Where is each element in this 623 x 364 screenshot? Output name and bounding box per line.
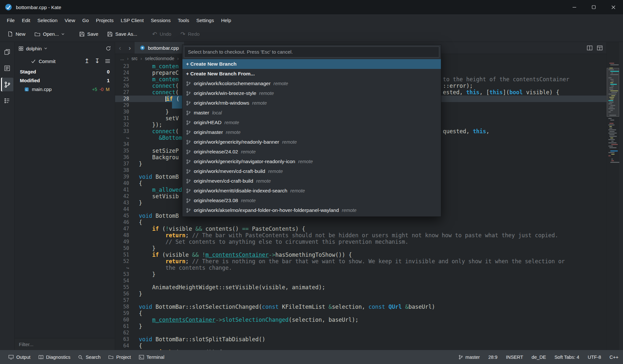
close-button[interactable] [603,0,623,14]
encoding[interactable]: UTF-8 [588,355,601,360]
tab-back-button[interactable] [115,42,125,54]
code-line[interactable]: 51 if (visible && !m_contentsContainer->… [115,252,606,258]
menu-item-lsp-client[interactable]: LSP Client [117,14,147,26]
branch-item[interactable]: origin/release/24.02remote [182,147,441,157]
project-selector[interactable]: dolphin [19,46,47,51]
commit-button[interactable]: Commit [31,58,56,64]
branch-item[interactable]: origin/work/meven/cd-craft-buildremote [182,166,441,176]
menu-item-selection[interactable]: Selection [34,14,61,26]
minimize-button[interactable] [564,0,584,14]
chevron-down-icon [61,33,64,35]
code-line[interactable]: 56} [115,291,606,297]
status-branch[interactable]: master [458,355,480,360]
minimap-line [608,142,616,143]
branch-item[interactable]: masterlocal [182,108,441,118]
sidebar-item-git[interactable] [1,78,13,91]
branch-item[interactable]: origin/masterremote [182,127,441,137]
code-line[interactable]: 52 return; // There is nothing on the ba… [115,258,606,265]
breadcrumb-selectionmode[interactable]: selectionmode [145,56,174,61]
branch-item[interactable]: origin/work/rmb-windowsremote [182,98,441,108]
syntax-mode[interactable]: C++ [610,355,618,360]
tab-bottombar-cpp[interactable]: bottombar.cpp [135,42,184,54]
branch-prompt-input[interactable]: Select branch to checkout. Press 'Esc' t… [184,46,439,58]
menu-item-tools[interactable]: Tools [174,14,193,26]
sidebar-item-projects[interactable] [1,61,13,75]
refresh-button[interactable] [106,46,111,51]
menu-item-settings[interactable]: Settings [193,14,218,26]
input-mode[interactable]: INSERT [506,355,523,360]
menu-item-edit[interactable]: Edit [18,14,34,26]
code-line[interactable]: 47 if (!visible && contents() == PasteCo… [115,226,606,232]
menu-hamburger-icon[interactable] [105,59,110,63]
filter-input[interactable]: Filter... [15,338,115,350]
branch-item[interactable]: origin/meven/cd-craft-buildremote [182,176,441,186]
code-line[interactable]: 60 m_contentsContainer->slotSelectionCha… [115,317,606,323]
tool-terminal[interactable]: Terminal [135,350,168,364]
branch-item[interactable]: origin/work/kcolorschememanagerremote [182,79,441,88]
branch-action-item[interactable]: + Create New Branch [182,59,441,69]
tool-output[interactable]: Output [5,350,34,364]
code-line[interactable]: 50 } [115,245,606,252]
branch-scope: remote [290,188,305,193]
code-line[interactable]: 57 [115,297,606,304]
branch-item[interactable]: origin/work/merritt/disable-indexed-sear… [182,186,441,196]
sidebar-item-symbols[interactable] [1,94,13,108]
undo-button[interactable]: ↶ Undo [149,29,175,39]
tab-mode[interactable]: Soft Tabs: 4 [554,355,579,360]
new-file-icon [7,31,13,37]
dictionary[interactable]: de_DE [532,355,546,360]
breadcrumb-ellipsis[interactable]: ... [120,56,124,61]
branch-item[interactable]: origin/release/23.08remote [182,196,441,205]
code-line[interactable]: 58void BottomBar::slotSelectionChanged(c… [115,304,606,310]
breadcrumb-src[interactable]: src [131,56,138,61]
open-button[interactable]: Open... [31,29,68,39]
code-line[interactable]: 64{ [115,343,606,349]
line-number: 23 [115,63,139,70]
split-view-icon[interactable] [587,46,592,50]
redo-button[interactable]: ↷ Redo [177,29,203,39]
tool-search[interactable]: Search [74,350,104,364]
code-line[interactable]: 62 [115,330,606,336]
pull-icon[interactable]: ↧ [95,58,100,64]
code-line[interactable]: 65 switch (contents()) { [115,349,606,350]
push-icon[interactable]: ↥ [84,58,89,64]
minimap-scrollbar[interactable] [606,42,619,350]
menu-item-file[interactable]: File [3,14,18,26]
maximize-button[interactable] [584,0,603,14]
menu-item-go[interactable]: Go [79,14,92,26]
code-line[interactable]: 46{ [115,219,606,226]
code-line[interactable]: 59{ [115,310,606,317]
sidebar-item-documents[interactable] [1,45,13,59]
menu-item-help[interactable]: Help [218,14,235,26]
tool-project[interactable]: Project [104,350,135,364]
code-line[interactable]: 55 AnimatedHeightWidget::setVisible(visi… [115,284,606,291]
staged-section[interactable]: Staged 0 [15,67,115,76]
code-line[interactable]: ↪ the contents change. [115,265,606,271]
branch-item[interactable]: origin/HEADremote [182,118,441,127]
menu-item-sessions[interactable]: Sessions [147,14,174,26]
minimize-icon [572,5,577,9]
code-line[interactable]: 49 // Set contents to anything else to c… [115,239,606,245]
code-text-right: ::error); [443,83,473,89]
branch-item[interactable]: origin/work/akselmo/expand-folder-on-hov… [182,205,441,215]
code-line[interactable]: 63void BottomBar::slotSplitTabDisabled() [115,336,606,343]
save-as-button[interactable]: Save As... [104,29,141,39]
branch-item[interactable]: origin/work/genericity/readonly-bannerre… [182,137,441,147]
cursor-position[interactable]: 28:9 [488,355,497,360]
code-line[interactable]: 53 } [115,271,606,278]
menu-item-projects[interactable]: Projects [92,14,117,26]
branch-action-item[interactable]: + Create New Branch From... [182,69,441,79]
save-button[interactable]: Save [76,29,102,39]
view-layout-icon[interactable] [597,46,603,50]
branch-item[interactable]: origin/work/genericity/navigator-readonl… [182,157,441,166]
tab-forward-button[interactable] [125,42,135,54]
code-line[interactable]: 61} [115,323,606,330]
modified-section[interactable]: Modified 1 [15,76,115,85]
code-line[interactable]: 48 return; // The bar with PasteContents… [115,232,606,239]
branch-item[interactable]: origin/work/win-breeze-styleremote [182,88,441,98]
modified-file-row[interactable]: C main.cpp +5 -0 M [15,85,115,94]
tool-diagnostics[interactable]: Diagnostics [34,350,74,364]
new-button[interactable]: New [4,29,29,39]
menu-item-view[interactable]: View [61,14,79,26]
code-line[interactable]: 54 [115,278,606,284]
